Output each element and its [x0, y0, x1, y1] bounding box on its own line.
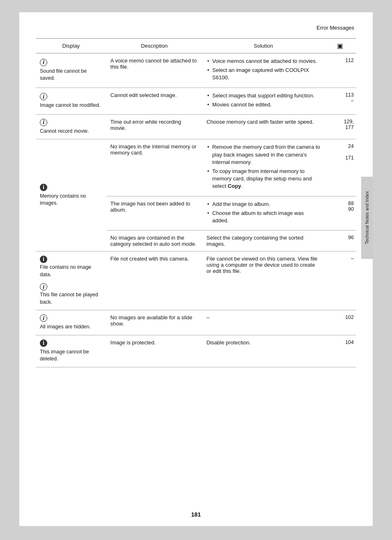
table-row: i Sound file cannot be saved. A voice me…	[36, 53, 356, 88]
solution-cell-4a: Remove the memory card from the camera t…	[203, 139, 324, 196]
description-cell-4c: No images are contained in the category …	[106, 231, 203, 252]
ref-cell-7: 104	[324, 335, 356, 367]
description-cell-7: Image is protected.	[106, 335, 203, 367]
display-text: This file cannot be played back.	[40, 291, 102, 306]
display-cell-3: i Cannot record movie.	[36, 114, 106, 139]
info-icon: i	[40, 93, 47, 100]
display-text: All images are hidden.	[40, 323, 91, 331]
table-row: i Image cannot be modified. Cannot edit …	[36, 88, 356, 114]
book-icon: ▣	[337, 42, 343, 50]
sidebar-panel: Technical Notes and Index	[361, 177, 373, 259]
display-item-5b: i This file cannot be played back.	[40, 283, 102, 306]
page-header: Error Messages	[36, 25, 356, 31]
page: Error Messages Display Description Solut…	[19, 12, 373, 526]
solution-cell-2: Select images that support editing funct…	[203, 88, 324, 114]
display-cell-2: i Image cannot be modified.	[36, 88, 106, 114]
display-cell-6: i All images are hidden.	[36, 310, 106, 335]
table-row: i All images are hidden. No images are a…	[36, 310, 356, 335]
info-filled-icon: i	[40, 339, 47, 347]
solution-cell-1: Voice memos cannot be attached to movies…	[203, 53, 324, 88]
info-icon: i	[40, 283, 47, 291]
ref-cell-2: 113–	[324, 88, 356, 114]
col-header-solution: Solution	[203, 39, 324, 53]
bold-word: Copy	[228, 183, 241, 189]
solution-item: To copy image from internal memory to me…	[207, 168, 320, 190]
ref-cell-1: 112	[324, 53, 356, 88]
display-text: File contains no image data.	[40, 264, 102, 278]
solution-cell-4c: Select the category containing the sorte…	[203, 231, 324, 252]
info-icon: i	[40, 119, 47, 126]
display-text: Image cannot be modified.	[40, 102, 100, 109]
display-text: This image cannot be deleted.	[40, 348, 102, 363]
display-text: Memory contains no images.	[40, 193, 102, 207]
solution-cell-4b: Add the image to album. Choose the album…	[203, 196, 324, 231]
col-header-ref: ▣	[324, 39, 356, 53]
col-header-description: Description	[106, 39, 203, 53]
description-cell-1: A voice memo cannot be attached to this …	[106, 53, 203, 88]
table-row: i This image cannot be deleted. Image is…	[36, 335, 356, 367]
solution-item: Add the image to album.	[207, 201, 320, 208]
col-header-display: Display	[36, 39, 106, 53]
ref-cell-5: –	[324, 252, 356, 310]
info-icon: i	[40, 59, 47, 66]
display-cell-7: i This image cannot be deleted.	[36, 335, 106, 367]
ref-cell-4c: 96	[324, 231, 356, 252]
info-filled-icon: i	[40, 184, 47, 191]
ref-cell-3: 129,177	[324, 114, 356, 139]
table-row: i File contains no image data. i This fi…	[36, 252, 356, 310]
solution-cell-6: –	[203, 310, 324, 335]
solution-item: Voice memos cannot be attached to movies…	[207, 58, 320, 65]
description-cell-2: Cannot edit selected image.	[106, 88, 203, 114]
description-cell-6: No images are available for a slide show…	[106, 310, 203, 335]
header-title: Error Messages	[316, 25, 354, 31]
solution-cell-3: Choose memory card with faster write spe…	[203, 114, 324, 139]
solution-item: Select images that support editing funct…	[207, 92, 320, 99]
info-filled-icon: i	[40, 256, 47, 263]
description-cell-4b: The image has not been added to album.	[106, 196, 203, 231]
info-icon: i	[40, 314, 47, 322]
display-cell-4: i Memory contains no images.	[36, 139, 106, 252]
display-cell-5: i File contains no image data. i This fi…	[36, 252, 106, 310]
table-row: i Memory contains no images. No images i…	[36, 139, 356, 196]
ref-cell-6: 102	[324, 310, 356, 335]
error-messages-table: Display Description Solution ▣ i Sound f…	[36, 38, 356, 367]
display-text: Cannot record movie.	[40, 128, 89, 135]
description-cell-4a: No images in the internal memory or memo…	[106, 139, 203, 196]
ref-cell-4a: 24171	[324, 139, 356, 196]
ref-cell-4b: 8890	[324, 196, 356, 231]
display-text: Sound file cannot be saved.	[40, 68, 102, 82]
solution-item: Select an image captured with COOLPIX S6…	[207, 67, 320, 81]
solution-item: Remove the memory card from the camera t…	[207, 143, 320, 166]
description-cell-5: File not created with this camera.	[106, 252, 203, 310]
solution-item: Movies cannot be edited.	[207, 101, 320, 108]
description-cell-3: Time out error while recording movie.	[106, 114, 203, 139]
solution-cell-5: File cannot be viewed on this camera. Vi…	[203, 252, 324, 310]
table-row: i Cannot record movie. Time out error wh…	[36, 114, 356, 139]
page-number: 181	[191, 511, 201, 518]
sidebar-label: Technical Notes and Index	[364, 191, 369, 244]
solution-cell-7: Disable protection.	[203, 335, 324, 367]
solution-item: Choose the album to which image was adde…	[207, 210, 320, 224]
display-cell-1: i Sound file cannot be saved.	[36, 53, 106, 88]
display-item-5a: i File contains no image data.	[40, 256, 102, 278]
